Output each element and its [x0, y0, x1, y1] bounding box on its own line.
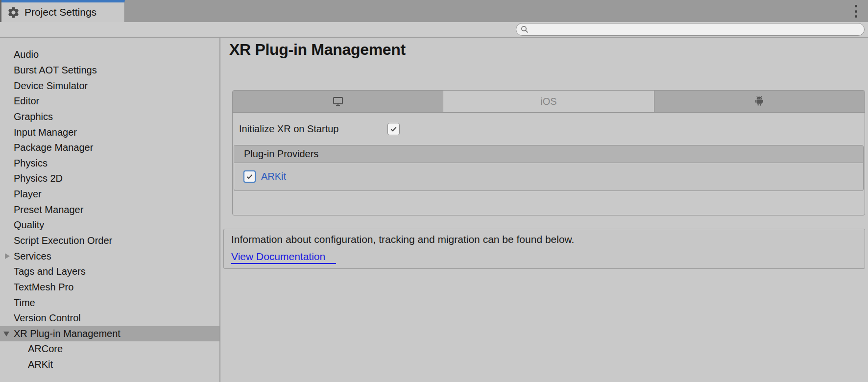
initialize-xr-label: Initialize XR on Startup — [239, 123, 387, 135]
page-title: XR Plug-in Management — [229, 41, 406, 59]
sidebar-item-script-execution-order[interactable]: Script Execution Order — [0, 233, 219, 249]
title-bar: Project Settings — [0, 0, 868, 22]
foldout-expanded-icon[interactable] — [3, 332, 9, 336]
plugin-providers-group: Plug-in Providers ARKit — [234, 145, 864, 191]
android-icon — [753, 95, 766, 108]
sidebar-item-audio[interactable]: Audio — [0, 47, 219, 63]
sidebar-item-time[interactable]: Time — [0, 295, 219, 310]
tab-android[interactable] — [654, 91, 865, 112]
settings-category-list: Audio Burst AOT Settings Device Simulato… — [0, 38, 219, 372]
settings-detail-pane: XR Plug-in Management iOS — [221, 38, 868, 382]
tab-ios[interactable]: iOS — [443, 91, 653, 112]
platform-tab-bar: iOS — [233, 91, 865, 113]
sidebar-item-version-control[interactable]: Version Control — [0, 310, 219, 326]
search-icon — [520, 25, 529, 34]
checkmark-icon — [389, 125, 398, 133]
sidebar-item-physics[interactable]: Physics — [0, 155, 219, 171]
tab-desktop[interactable] — [233, 91, 443, 112]
sidebar-item-tags-and-layers[interactable]: Tags and Layers — [0, 264, 219, 280]
sidebar-item-textmesh-pro[interactable]: TextMesh Pro — [0, 280, 219, 295]
plugin-providers-header: Plug-in Providers — [234, 145, 863, 163]
toolbar — [0, 22, 868, 38]
settings-sidebar: Audio Burst AOT Settings Device Simulato… — [0, 38, 220, 382]
sidebar-item-editor[interactable]: Editor — [0, 94, 219, 109]
arkit-checkbox[interactable] — [243, 170, 256, 183]
sidebar-item-input-manager[interactable]: Input Manager — [0, 124, 219, 140]
initialize-xr-checkbox[interactable] — [387, 123, 400, 135]
view-documentation-link[interactable]: View Documentation — [231, 251, 336, 264]
arkit-provider-label[interactable]: ARKit — [261, 171, 286, 182]
xr-management-frame: iOS — [232, 90, 865, 215]
sidebar-item-services[interactable]: Services — [0, 248, 219, 264]
sidebar-item-preset-manager[interactable]: Preset Manager — [0, 202, 219, 217]
sidebar-item-graphics[interactable]: Graphics — [0, 109, 219, 125]
sidebar-item-xr-plugin-management[interactable]: XR Plug-in Management — [0, 326, 219, 342]
info-text: Information about configuration, trackin… — [231, 234, 857, 245]
kebab-menu-icon[interactable] — [853, 5, 859, 18]
checkmark-icon — [245, 172, 254, 181]
sidebar-item-arcore[interactable]: ARCore — [0, 341, 219, 357]
gear-icon — [7, 6, 20, 19]
search-input[interactable] — [529, 24, 859, 34]
sidebar-item-package-manager[interactable]: Package Manager — [0, 140, 219, 156]
sidebar-item-burst-aot-settings[interactable]: Burst AOT Settings — [0, 63, 219, 78]
provider-row-arkit: ARKit — [234, 163, 863, 183]
sidebar-item-quality[interactable]: Quality — [0, 217, 219, 233]
search-box[interactable] — [516, 23, 865, 36]
window-tab-title: Project Settings — [24, 6, 96, 18]
sidebar-item-arkit[interactable]: ARKit — [0, 357, 219, 373]
sidebar-item-physics-2d[interactable]: Physics 2D — [0, 171, 219, 187]
monitor-icon — [332, 95, 344, 108]
documentation-info-box: Information about configuration, trackin… — [223, 229, 865, 269]
sidebar-item-player[interactable]: Player — [0, 187, 219, 202]
sidebar-item-device-simulator[interactable]: Device Simulator — [0, 78, 219, 94]
foldout-collapsed-icon[interactable] — [5, 253, 10, 259]
initialize-xr-row: Initialize XR on Startup — [233, 121, 865, 136]
project-settings-window-tab[interactable]: Project Settings — [1, 0, 125, 22]
